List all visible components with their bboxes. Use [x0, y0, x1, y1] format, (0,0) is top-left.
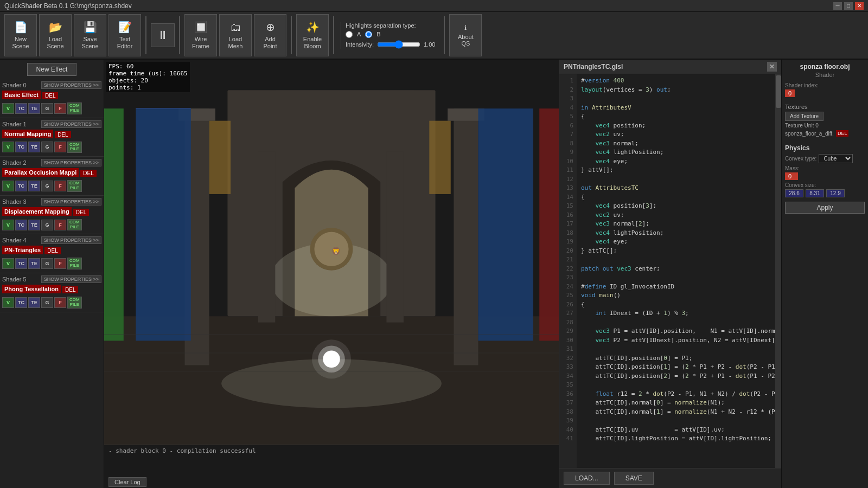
convex-type-select[interactable]: Cube Sphere [819, 154, 853, 163]
line-num-8: 8 [560, 139, 576, 149]
add-texture-button[interactable]: Add Texture [785, 112, 824, 121]
clear-log-button[interactable]: Clear Log [108, 477, 146, 487]
btn-tc-4[interactable]: TC [15, 258, 27, 269]
btn-g-2[interactable]: G [41, 181, 53, 191]
code-line-20: } attTC[]; [581, 247, 770, 256]
about-qs-button[interactable]: ℹ About QS [449, 14, 482, 56]
btn-f-5[interactable]: F [54, 297, 66, 308]
intensity-slider[interactable] [377, 40, 420, 49]
texture-delete-button[interactable]: DEL [836, 130, 849, 137]
btn-g-5[interactable]: G [41, 297, 53, 308]
del-button-3[interactable]: DEL [73, 209, 89, 216]
code-line-22: patch out vec3 center; [581, 265, 770, 274]
minimize-button[interactable]: ─ [833, 2, 842, 10]
btn-te-3[interactable]: TE [28, 220, 40, 230]
del-button-0[interactable]: DEL [42, 92, 58, 99]
btn-f-3[interactable]: F [54, 220, 66, 230]
code-line-18: vec4 lightPosition; [581, 229, 770, 238]
save-code-button[interactable]: SAVE [614, 472, 654, 485]
log-bar: - shader block 0 - compilation successfu… [104, 445, 559, 488]
wire-frame-button[interactable]: 🔲 Wire Frame [184, 14, 217, 56]
toolbar-divider-5 [444, 16, 445, 54]
pause-button[interactable]: ⏸ [151, 23, 175, 47]
line-num-36: 36 [560, 390, 576, 399]
compile-button-3[interactable]: COMPILE [67, 219, 82, 231]
highlights-radio-b[interactable] [365, 31, 372, 38]
text-editor-button[interactable]: 📝 Text Editor [108, 14, 141, 56]
code-line-29: vec3 P1 = attV[ID].position, N1 = attV[I… [581, 327, 770, 336]
code-line-14: { [581, 193, 770, 202]
new-scene-button[interactable]: 📄 New Scene [4, 14, 37, 56]
btn-f-2[interactable]: F [54, 181, 66, 191]
load-mesh-button[interactable]: 🗂 Load Mesh [219, 14, 252, 56]
show-props-button-5[interactable]: SHOW PROPERTIES >> [41, 275, 101, 283]
toolbar-divider-3 [291, 16, 292, 54]
add-point-button[interactable]: ⊕ Add Point [254, 14, 286, 56]
apply-button[interactable]: Apply [785, 202, 865, 214]
btn-te-0[interactable]: TE [28, 103, 40, 114]
close-button[interactable]: ✕ [855, 2, 864, 10]
shader-id-4: Shader 4 [2, 237, 27, 243]
compile-button-2[interactable]: COMPILE [67, 180, 82, 192]
btn-te-4[interactable]: TE [28, 258, 40, 269]
scroll-thumb[interactable] [776, 75, 781, 108]
btn-v-5[interactable]: V [2, 297, 14, 308]
del-button-2[interactable]: DEL [80, 170, 96, 177]
btn-tc-5[interactable]: TC [15, 297, 27, 308]
code-line-16: vec2 uv; [581, 211, 770, 220]
del-button-4[interactable]: DEL [44, 247, 60, 254]
maximize-button[interactable]: □ [844, 2, 853, 10]
btn-f-1[interactable]: F [54, 142, 66, 152]
shader-btns-2: V TC TE G F COMPILE [2, 180, 101, 192]
show-props-button-3[interactable]: SHOW PROPERTIES >> [41, 198, 101, 206]
viewport-area: 🦁 [104, 60, 559, 488]
code-editor[interactable]: 1234567891011121314151617181920212223242… [559, 74, 781, 468]
highlights-label-a: A [357, 31, 361, 37]
load-scene-button[interactable]: 📂 Load Scene [39, 14, 72, 56]
btn-tc-2[interactable]: TC [15, 181, 27, 191]
btn-v-0[interactable]: V [2, 103, 14, 114]
btn-g-3[interactable]: G [41, 220, 53, 230]
load-code-button[interactable]: LOAD... [564, 472, 610, 485]
btn-g-4[interactable]: G [41, 258, 53, 269]
new-effect-button[interactable]: New Effect [27, 63, 77, 76]
btn-v-3[interactable]: V [2, 220, 14, 230]
del-button-5[interactable]: DEL [62, 286, 78, 293]
btn-tc-1[interactable]: TC [15, 142, 27, 152]
btn-v-4[interactable]: V [2, 258, 14, 269]
code-content[interactable]: #version 400layout(vertices = 3) out; in… [577, 74, 775, 468]
log-content: - shader block 0 - compilation successfu… [104, 445, 559, 476]
btn-te-5[interactable]: TE [28, 297, 40, 308]
svg-rect-8 [136, 108, 190, 341]
btn-te-2[interactable]: TE [28, 181, 40, 191]
textures-title: Textures [785, 104, 865, 110]
btn-f-0[interactable]: F [54, 103, 66, 114]
show-props-button-1[interactable]: SHOW PROPERTIES >> [41, 120, 101, 128]
rp-subtitle: Shader [785, 72, 865, 78]
btn-g-0[interactable]: G [41, 103, 53, 114]
code-scrollbar[interactable] [775, 74, 781, 468]
btn-v-2[interactable]: V [2, 181, 14, 191]
show-props-button-4[interactable]: SHOW PROPERTIES >> [41, 236, 101, 244]
line-num-32: 32 [560, 354, 576, 363]
viewport[interactable]: 🦁 [104, 60, 559, 445]
compile-button-5[interactable]: COMPILE [67, 297, 82, 309]
svg-rect-19 [209, 121, 231, 194]
btn-tc-0[interactable]: TC [15, 103, 27, 114]
btn-tc-3[interactable]: TC [15, 220, 27, 230]
save-scene-button[interactable]: 💾 Save Scene [74, 14, 106, 56]
enable-bloom-button[interactable]: ✨ Enable Bloom [296, 14, 329, 56]
show-props-button-2[interactable]: SHOW PROPERTIES >> [41, 159, 101, 166]
show-props-button-0[interactable]: SHOW PROPERTIES >> [41, 81, 101, 89]
code-line-5: { [581, 112, 770, 121]
close-code-button[interactable]: ✕ [767, 62, 777, 72]
compile-button-1[interactable]: COMPILE [67, 142, 82, 153]
compile-button-0[interactable]: COMPILE [67, 102, 82, 114]
btn-v-1[interactable]: V [2, 142, 14, 152]
del-button-1[interactable]: DEL [55, 131, 71, 138]
btn-te-1[interactable]: TE [28, 142, 40, 152]
btn-g-1[interactable]: G [41, 142, 53, 152]
btn-f-4[interactable]: F [54, 258, 66, 269]
compile-button-4[interactable]: COMPILE [67, 258, 82, 269]
highlights-radio-a[interactable] [346, 31, 353, 38]
